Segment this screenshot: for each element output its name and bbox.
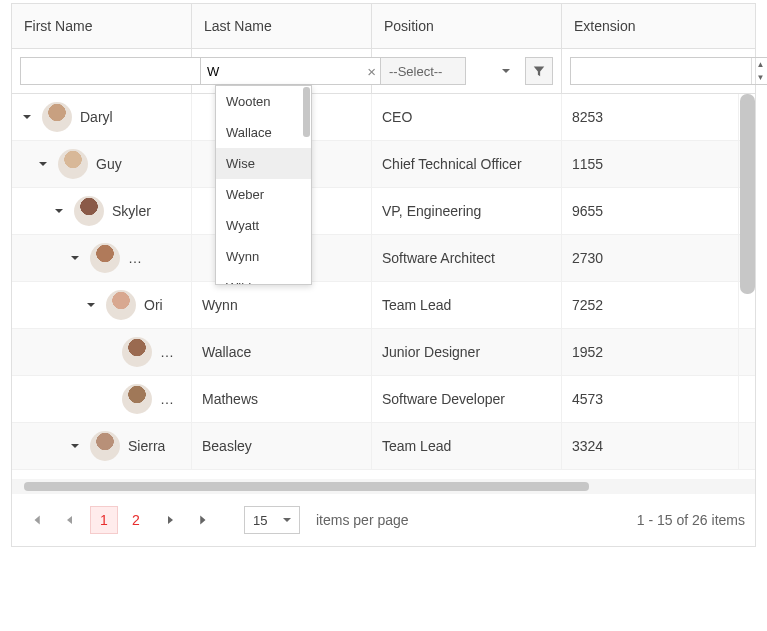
header-first-name[interactable]: First Name — [12, 4, 192, 48]
header-last-name[interactable]: Last Name — [192, 4, 372, 48]
filter-last-name-input[interactable] — [200, 57, 382, 85]
position-cell: Software Architect — [372, 235, 562, 281]
autocomplete-item[interactable]: Wooten — [216, 86, 311, 117]
dropdown-scrollbar[interactable] — [303, 87, 310, 137]
caret-right-icon — [165, 515, 175, 525]
last-name-cell: Wynn — [192, 282, 372, 328]
filter-position-select-wrap: --Select-- — [380, 57, 519, 85]
last-name-cell: Mathews — [192, 376, 372, 422]
avatar — [90, 431, 120, 461]
horizontal-scrollbar-thumb[interactable] — [24, 482, 589, 491]
table-row[interactable]: OriWynnTeam Lead7252 — [12, 282, 755, 329]
pager-info: 1 - 15 of 26 items — [637, 512, 745, 528]
extension-cell: 1952 — [562, 329, 739, 375]
autocomplete-dropdown: WootenWallaceWiseWeberWyattWynnWilder — [215, 85, 312, 285]
table-row[interactable]: …MathewsSoftware Developer4573 — [12, 376, 755, 423]
clear-icon[interactable]: × — [367, 63, 376, 80]
avatar — [122, 384, 152, 414]
autocomplete-item[interactable]: Wilder — [216, 272, 311, 285]
extension-cell: 8253 — [562, 94, 739, 140]
expand-caret[interactable] — [70, 438, 80, 454]
avatar — [42, 102, 72, 132]
expand-caret[interactable] — [22, 109, 32, 125]
position-cell: CEO — [372, 94, 562, 140]
caret-left-icon — [65, 515, 75, 525]
expand-caret[interactable] — [54, 203, 64, 219]
avatar — [90, 243, 120, 273]
treelist-body: DarylCEO8253GuyChief Technical Officer11… — [12, 94, 755, 479]
spinner-buttons: ▲ ▼ — [751, 58, 767, 84]
avatar — [58, 149, 88, 179]
filter-extension-wrap: ▲ ▼ — [570, 57, 767, 85]
position-cell: VP, Engineering — [372, 188, 562, 234]
table-row[interactable]: GuyChief Technical Officer1155 — [12, 141, 755, 188]
avatar — [106, 290, 136, 320]
first-name-cell: Sierra — [128, 438, 165, 454]
filter-first-name-input[interactable] — [20, 57, 202, 85]
seek-first-icon — [30, 514, 42, 526]
table-row[interactable]: …WallaceJunior Designer1952 — [12, 329, 755, 376]
avatar — [122, 337, 152, 367]
extension-cell: 9655 — [562, 188, 739, 234]
extension-cell: 2730 — [562, 235, 739, 281]
seek-last-icon — [198, 514, 210, 526]
vertical-scrollbar[interactable] — [740, 94, 755, 294]
first-name-cell: Skyler — [112, 203, 151, 219]
position-cell: Team Lead — [372, 423, 562, 469]
header-extension[interactable]: Extension — [562, 4, 739, 48]
spinner-up[interactable]: ▲ — [752, 58, 767, 71]
autocomplete-item[interactable]: Wise — [216, 148, 311, 179]
filter-extension-input[interactable] — [571, 58, 751, 84]
first-name-cell: … — [160, 344, 174, 360]
items-per-page-label: items per page — [316, 512, 409, 528]
pager: 12 15 items per page 1 - 15 of 26 items — [12, 494, 755, 546]
expand-caret[interactable] — [86, 297, 96, 313]
first-name-cell: Daryl — [80, 109, 113, 125]
page-size-select[interactable]: 15 — [244, 506, 300, 534]
table-row[interactable]: DarylCEO8253 — [12, 94, 755, 141]
expand-caret[interactable] — [38, 156, 48, 172]
first-name-cell: … — [128, 250, 142, 266]
filter-position-button[interactable] — [525, 57, 553, 85]
table-row[interactable]: …Software Architect2730 — [12, 235, 755, 282]
pager-last-button[interactable] — [190, 506, 218, 534]
filter-position-select[interactable]: --Select-- — [380, 57, 466, 85]
horizontal-scrollbar-track[interactable] — [12, 479, 755, 494]
page-number[interactable]: 2 — [122, 506, 150, 534]
pager-next-button[interactable] — [156, 506, 184, 534]
filter-row: × --Select-- — [12, 49, 755, 94]
position-cell: Software Developer — [372, 376, 562, 422]
header-position[interactable]: Position — [372, 4, 562, 48]
last-name-cell: Beasley — [192, 423, 372, 469]
pager-first-button[interactable] — [22, 506, 50, 534]
position-cell: Chief Technical Officer — [372, 141, 562, 187]
first-name-cell: … — [160, 391, 174, 407]
autocomplete-item[interactable]: Weber — [216, 179, 311, 210]
table-row[interactable]: SierraBeasleyTeam Lead3324 — [12, 423, 755, 470]
spinner-down[interactable]: ▼ — [752, 71, 767, 84]
extension-cell: 7252 — [562, 282, 739, 328]
first-name-cell: Ori — [144, 297, 163, 313]
filter-icon — [533, 65, 545, 77]
autocomplete-item[interactable]: Wyatt — [216, 210, 311, 241]
autocomplete-item[interactable]: Wallace — [216, 117, 311, 148]
first-name-cell: Guy — [96, 156, 122, 172]
autocomplete-item[interactable]: Wynn — [216, 241, 311, 272]
last-name-cell: Wallace — [192, 329, 372, 375]
pager-prev-button[interactable] — [56, 506, 84, 534]
table-row[interactable]: SkylerVP, Engineering9655 — [12, 188, 755, 235]
filter-last-name-wrap: × — [200, 57, 382, 85]
chevron-down-icon — [501, 63, 511, 79]
position-cell: Team Lead — [372, 282, 562, 328]
position-cell: Junior Designer — [372, 329, 562, 375]
expand-caret[interactable] — [70, 250, 80, 266]
extension-cell: 4573 — [562, 376, 739, 422]
treelist: First Name Last Name Position Extension … — [11, 3, 756, 547]
page-number[interactable]: 1 — [90, 506, 118, 534]
avatar — [74, 196, 104, 226]
header-row: First Name Last Name Position Extension — [12, 4, 755, 49]
extension-cell: 3324 — [562, 423, 739, 469]
extension-cell: 1155 — [562, 141, 739, 187]
